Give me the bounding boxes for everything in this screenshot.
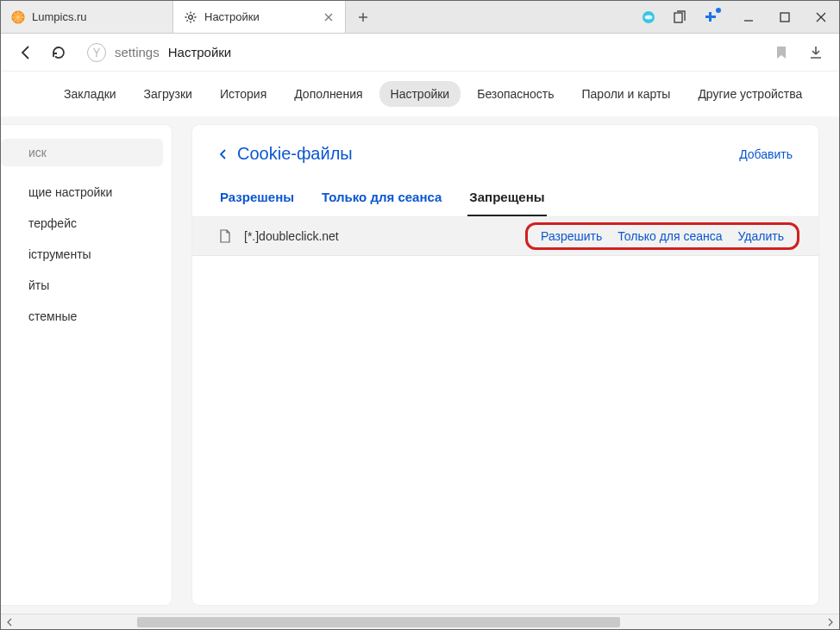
cookie-files-back-link[interactable]: Cookie-файлы bbox=[218, 144, 353, 164]
tab-lumpics[interactable]: Lumpics.ru bbox=[1, 1, 173, 33]
new-tab-button[interactable] bbox=[346, 1, 380, 33]
svg-rect-4 bbox=[674, 13, 682, 22]
subtab-blocked[interactable]: Запрещены bbox=[467, 183, 546, 216]
close-icon[interactable] bbox=[323, 11, 335, 23]
cookie-row-list: [*.]doubleclick.net Разрешить Только для… bbox=[192, 217, 818, 605]
tab-settings[interactable]: Настройки bbox=[173, 1, 346, 33]
reload-button[interactable] bbox=[49, 43, 68, 62]
svg-point-3 bbox=[645, 15, 653, 19]
nav-other-devices[interactable]: Другие устройства bbox=[686, 81, 813, 107]
window-controls bbox=[730, 1, 839, 33]
page-title: Cookie-файлы bbox=[237, 144, 353, 164]
scrollbar-track[interactable] bbox=[16, 616, 824, 628]
svg-rect-7 bbox=[780, 13, 789, 22]
tab-title: Настройки bbox=[204, 10, 316, 23]
tab-title: Lumpics.ru bbox=[32, 10, 162, 23]
nav-security[interactable]: Безопасность bbox=[466, 81, 565, 107]
tab-bar: Lumpics.ru Настройки bbox=[1, 1, 839, 34]
action-delete[interactable]: Удалить bbox=[738, 229, 784, 243]
downloads-icon[interactable] bbox=[808, 45, 824, 60]
scroll-left-icon[interactable] bbox=[3, 616, 16, 628]
cookie-domain: [*.]doubleclick.net bbox=[244, 229, 532, 243]
sidebar-item-sites[interactable]: йты bbox=[1, 270, 172, 301]
nav-downloads[interactable]: Загрузки bbox=[133, 81, 204, 107]
svg-point-1 bbox=[189, 15, 193, 19]
browser-window: Lumpics.ru Настройки bbox=[0, 0, 840, 630]
add-button[interactable]: Добавить bbox=[739, 147, 793, 161]
subtab-session-only[interactable]: Только для сеанса bbox=[320, 183, 443, 216]
horizontal-scrollbar[interactable] bbox=[1, 614, 839, 629]
gear-icon bbox=[184, 10, 197, 24]
main-area: иск щие настройки терфейс іструменты йты… bbox=[1, 116, 839, 614]
assistant-icon[interactable] bbox=[641, 9, 656, 25]
address-bar: settings Настройки bbox=[1, 34, 839, 72]
cookie-subtabs: Разрешены Только для сеанса Запрещены bbox=[192, 172, 818, 217]
action-allow[interactable]: Разрешить bbox=[541, 229, 602, 243]
notification-dot-icon bbox=[716, 8, 721, 13]
back-button[interactable] bbox=[16, 43, 35, 62]
nav-history[interactable]: История bbox=[209, 81, 278, 107]
subtab-allowed[interactable]: Разрешены bbox=[218, 183, 296, 216]
settings-sidebar: иск щие настройки терфейс іструменты йты… bbox=[1, 125, 172, 605]
nav-extensions[interactable]: Дополнения bbox=[283, 81, 373, 107]
nav-bookmarks[interactable]: Закладки bbox=[53, 81, 128, 107]
sidebar-item-interface[interactable]: терфейс bbox=[1, 208, 172, 239]
sidebar-item-tools[interactable]: іструменты bbox=[1, 239, 172, 270]
yandex-icon bbox=[87, 43, 106, 62]
action-session-only[interactable]: Только для сеанса bbox=[617, 229, 722, 243]
url-prefix: settings bbox=[115, 45, 160, 59]
extensions-icon[interactable] bbox=[703, 9, 718, 25]
maximize-button[interactable] bbox=[767, 1, 803, 34]
url-title: Настройки bbox=[168, 45, 232, 59]
nav-passwords[interactable]: Пароли и карты bbox=[571, 81, 682, 107]
sidebar-item-system[interactable]: стемные bbox=[1, 301, 172, 332]
sidebar-search-input[interactable]: иск bbox=[1, 139, 163, 166]
row-actions: Разрешить Только для сеанса Удалить bbox=[532, 226, 793, 246]
document-icon bbox=[218, 229, 232, 243]
nav-settings[interactable]: Настройки bbox=[379, 81, 461, 107]
svg-rect-6 bbox=[709, 12, 711, 22]
chevron-left-icon bbox=[218, 149, 229, 159]
settings-top-nav: Закладки Загрузки История Дополнения Нас… bbox=[1, 72, 839, 116]
scrollbar-thumb[interactable] bbox=[137, 617, 620, 627]
content-panel: Cookie-файлы Добавить Разрешены Только д… bbox=[192, 125, 818, 605]
toolbar-extra-icons bbox=[634, 1, 730, 33]
omnibox[interactable]: settings Настройки bbox=[82, 43, 760, 62]
bookmark-icon[interactable] bbox=[774, 45, 789, 60]
orange-slice-icon bbox=[11, 10, 25, 24]
close-window-button[interactable] bbox=[803, 1, 839, 34]
scroll-right-icon[interactable] bbox=[824, 616, 837, 628]
collections-icon[interactable] bbox=[672, 9, 687, 25]
sidebar-item-general[interactable]: щие настройки bbox=[1, 177, 172, 208]
minimize-button[interactable] bbox=[730, 1, 767, 34]
cookie-row[interactable]: [*.]doubleclick.net Разрешить Только для… bbox=[192, 217, 818, 256]
